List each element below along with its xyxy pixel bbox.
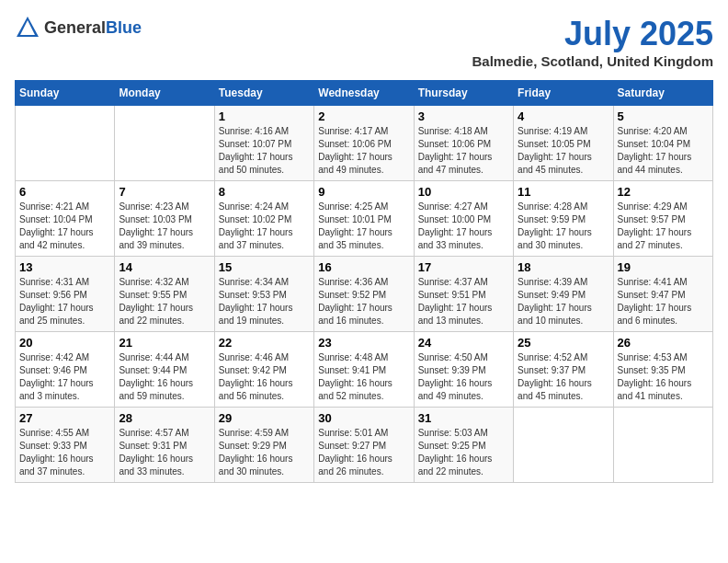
day-info: Sunrise: 4:28 AM Sunset: 9:59 PM Dayligh… — [518, 201, 609, 252]
calendar-cell: 5Sunrise: 4:20 AM Sunset: 10:04 PM Dayli… — [613, 106, 712, 181]
day-info: Sunrise: 4:25 AM Sunset: 10:01 PM Daylig… — [318, 201, 409, 252]
calendar-cell — [115, 106, 214, 181]
day-number: 23 — [318, 336, 409, 350]
calendar-cell: 13Sunrise: 4:31 AM Sunset: 9:56 PM Dayli… — [16, 257, 115, 332]
day-number: 10 — [418, 185, 509, 199]
calendar-cell — [16, 106, 115, 181]
calendar-cell: 8Sunrise: 4:24 AM Sunset: 10:02 PM Dayli… — [214, 181, 313, 257]
logo-text: GeneralBlue — [44, 18, 142, 38]
calendar-cell: 24Sunrise: 4:50 AM Sunset: 9:39 PM Dayli… — [414, 332, 513, 408]
day-info: Sunrise: 5:03 AM Sunset: 9:25 PM Dayligh… — [418, 427, 509, 478]
day-number: 1 — [219, 109, 310, 123]
day-number: 22 — [219, 336, 310, 350]
day-number: 21 — [119, 336, 210, 350]
calendar-cell: 3Sunrise: 4:18 AM Sunset: 10:06 PM Dayli… — [414, 106, 513, 181]
calendar-cell: 23Sunrise: 4:48 AM Sunset: 9:41 PM Dayli… — [314, 332, 414, 408]
day-info: Sunrise: 4:50 AM Sunset: 9:39 PM Dayligh… — [418, 351, 509, 403]
day-info: Sunrise: 5:01 AM Sunset: 9:27 PM Dayligh… — [318, 427, 409, 478]
day-info: Sunrise: 4:37 AM Sunset: 9:51 PM Dayligh… — [418, 276, 509, 327]
calendar-cell: 12Sunrise: 4:29 AM Sunset: 9:57 PM Dayli… — [613, 181, 712, 257]
day-info: Sunrise: 4:21 AM Sunset: 10:04 PM Daylig… — [19, 201, 110, 252]
calendar-cell: 29Sunrise: 4:59 AM Sunset: 9:29 PM Dayli… — [214, 408, 313, 483]
day-number: 27 — [19, 411, 110, 425]
day-info: Sunrise: 4:53 AM Sunset: 9:35 PM Dayligh… — [618, 351, 709, 403]
calendar-cell — [514, 408, 613, 483]
day-number: 26 — [618, 336, 709, 350]
weekday-header-thursday: Thursday — [414, 81, 513, 106]
day-info: Sunrise: 4:41 AM Sunset: 9:47 PM Dayligh… — [618, 276, 709, 327]
day-info: Sunrise: 4:29 AM Sunset: 9:57 PM Dayligh… — [618, 201, 709, 252]
calendar-cell: 25Sunrise: 4:52 AM Sunset: 9:37 PM Dayli… — [514, 332, 613, 408]
day-number: 13 — [19, 260, 110, 274]
day-info: Sunrise: 4:48 AM Sunset: 9:41 PM Dayligh… — [318, 351, 409, 403]
calendar-cell: 20Sunrise: 4:42 AM Sunset: 9:46 PM Dayli… — [16, 332, 115, 408]
day-number: 25 — [518, 336, 609, 350]
day-number: 7 — [119, 185, 210, 199]
calendar-cell: 30Sunrise: 5:01 AM Sunset: 9:27 PM Dayli… — [314, 408, 414, 483]
calendar-cell: 18Sunrise: 4:39 AM Sunset: 9:49 PM Dayli… — [514, 257, 613, 332]
day-info: Sunrise: 4:23 AM Sunset: 10:03 PM Daylig… — [119, 201, 210, 252]
weekday-header-saturday: Saturday — [613, 81, 712, 106]
calendar-cell: 21Sunrise: 4:44 AM Sunset: 9:44 PM Dayli… — [115, 332, 214, 408]
main-title: July 2025 — [472, 15, 713, 53]
calendar-cell: 27Sunrise: 4:55 AM Sunset: 9:33 PM Dayli… — [16, 408, 115, 483]
day-number: 19 — [618, 260, 709, 274]
week-row-1: 1Sunrise: 4:16 AM Sunset: 10:07 PM Dayli… — [16, 106, 713, 181]
day-info: Sunrise: 4:39 AM Sunset: 9:49 PM Dayligh… — [518, 276, 609, 327]
calendar-cell: 9Sunrise: 4:25 AM Sunset: 10:01 PM Dayli… — [314, 181, 414, 257]
calendar-cell: 15Sunrise: 4:34 AM Sunset: 9:53 PM Dayli… — [214, 257, 313, 332]
day-info: Sunrise: 4:17 AM Sunset: 10:06 PM Daylig… — [318, 125, 409, 177]
calendar-table: SundayMondayTuesdayWednesdayThursdayFrid… — [15, 80, 713, 483]
day-info: Sunrise: 4:55 AM Sunset: 9:33 PM Dayligh… — [19, 427, 110, 478]
calendar-cell: 2Sunrise: 4:17 AM Sunset: 10:06 PM Dayli… — [314, 106, 414, 181]
weekday-header-sunday: Sunday — [16, 81, 115, 106]
day-number: 15 — [219, 260, 310, 274]
calendar-cell: 14Sunrise: 4:32 AM Sunset: 9:55 PM Dayli… — [115, 257, 214, 332]
logo-blue: Blue — [106, 18, 142, 37]
day-number: 31 — [418, 411, 509, 425]
title-block: July 2025 Balmedie, Scotland, United Kin… — [472, 15, 713, 69]
calendar-cell: 1Sunrise: 4:16 AM Sunset: 10:07 PM Dayli… — [214, 106, 313, 181]
calendar-cell: 17Sunrise: 4:37 AM Sunset: 9:51 PM Dayli… — [414, 257, 513, 332]
day-number: 9 — [318, 185, 409, 199]
generalblue-logo-icon — [15, 15, 40, 40]
logo: GeneralBlue — [15, 15, 142, 40]
weekday-header-tuesday: Tuesday — [214, 81, 313, 106]
day-info: Sunrise: 4:57 AM Sunset: 9:31 PM Dayligh… — [119, 427, 210, 478]
day-number: 28 — [119, 411, 210, 425]
day-info: Sunrise: 4:59 AM Sunset: 9:29 PM Dayligh… — [219, 427, 310, 478]
calendar-cell: 10Sunrise: 4:27 AM Sunset: 10:00 PM Dayl… — [414, 181, 513, 257]
calendar-cell: 19Sunrise: 4:41 AM Sunset: 9:47 PM Dayli… — [613, 257, 712, 332]
day-info: Sunrise: 4:34 AM Sunset: 9:53 PM Dayligh… — [219, 276, 310, 327]
day-number: 4 — [518, 109, 609, 123]
day-number: 2 — [318, 109, 409, 123]
day-info: Sunrise: 4:24 AM Sunset: 10:02 PM Daylig… — [219, 201, 310, 252]
calendar-cell: 6Sunrise: 4:21 AM Sunset: 10:04 PM Dayli… — [16, 181, 115, 257]
calendar-cell: 22Sunrise: 4:46 AM Sunset: 9:42 PM Dayli… — [214, 332, 313, 408]
calendar-cell: 4Sunrise: 4:19 AM Sunset: 10:05 PM Dayli… — [514, 106, 613, 181]
weekday-header-friday: Friday — [514, 81, 613, 106]
day-info: Sunrise: 4:46 AM Sunset: 9:42 PM Dayligh… — [219, 351, 310, 403]
day-info: Sunrise: 4:52 AM Sunset: 9:37 PM Dayligh… — [518, 351, 609, 403]
week-row-3: 13Sunrise: 4:31 AM Sunset: 9:56 PM Dayli… — [16, 257, 713, 332]
day-number: 3 — [418, 109, 509, 123]
day-number: 5 — [618, 109, 709, 123]
page-header: GeneralBlue July 2025 Balmedie, Scotland… — [15, 15, 713, 69]
weekday-header-row: SundayMondayTuesdayWednesdayThursdayFrid… — [16, 81, 713, 106]
logo-general: General — [44, 18, 106, 37]
day-info: Sunrise: 4:42 AM Sunset: 9:46 PM Dayligh… — [19, 351, 110, 403]
day-info: Sunrise: 4:44 AM Sunset: 9:44 PM Dayligh… — [119, 351, 210, 403]
day-number: 17 — [418, 260, 509, 274]
calendar-cell: 26Sunrise: 4:53 AM Sunset: 9:35 PM Dayli… — [613, 332, 712, 408]
weekday-header-monday: Monday — [115, 81, 214, 106]
day-info: Sunrise: 4:36 AM Sunset: 9:52 PM Dayligh… — [318, 276, 409, 327]
calendar-cell: 11Sunrise: 4:28 AM Sunset: 9:59 PM Dayli… — [514, 181, 613, 257]
week-row-5: 27Sunrise: 4:55 AM Sunset: 9:33 PM Dayli… — [16, 408, 713, 483]
week-row-4: 20Sunrise: 4:42 AM Sunset: 9:46 PM Dayli… — [16, 332, 713, 408]
day-number: 30 — [318, 411, 409, 425]
calendar-cell: 31Sunrise: 5:03 AM Sunset: 9:25 PM Dayli… — [414, 408, 513, 483]
day-number: 29 — [219, 411, 310, 425]
day-info: Sunrise: 4:31 AM Sunset: 9:56 PM Dayligh… — [19, 276, 110, 327]
day-number: 12 — [618, 185, 709, 199]
day-number: 20 — [19, 336, 110, 350]
